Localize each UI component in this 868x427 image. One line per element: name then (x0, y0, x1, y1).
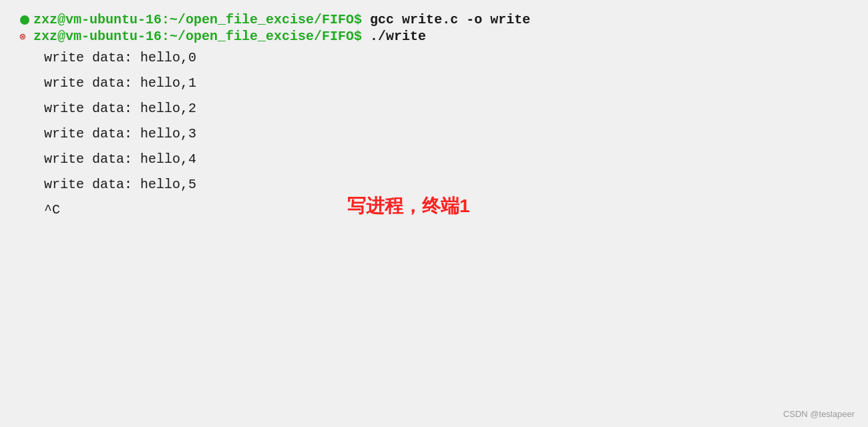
bullet-red-2 (20, 32, 29, 41)
command-line-1: zxz@vm-ubuntu-16:~/open_file_excise/FIFO… (20, 12, 848, 27)
output-3: write data: hello,3 (20, 121, 848, 147)
command-2: ./write (362, 29, 426, 44)
output-1: write data: hello,1 (20, 71, 848, 96)
prompt-1: zxz@vm-ubuntu-16:~/open_file_excise/FIFO… (33, 12, 362, 27)
prompt-2: zxz@vm-ubuntu-16:~/open_file_excise/FIFO… (33, 29, 362, 44)
bullet-green-1 (20, 15, 29, 25)
output-0: write data: hello,0 (20, 45, 848, 71)
watermark: CSDN @teslapeer (783, 409, 855, 419)
command-line-2: zxz@vm-ubuntu-16:~/open_file_excise/FIFO… (20, 29, 848, 44)
command-1: gcc write.c -o write (362, 12, 530, 27)
terminal-window: zxz@vm-ubuntu-16:~/open_file_excise/FIFO… (0, 0, 868, 427)
process-label: 写进程，终端1 (347, 193, 470, 219)
output-4: write data: hello,4 (20, 147, 848, 172)
output-2: write data: hello,2 (20, 96, 848, 121)
